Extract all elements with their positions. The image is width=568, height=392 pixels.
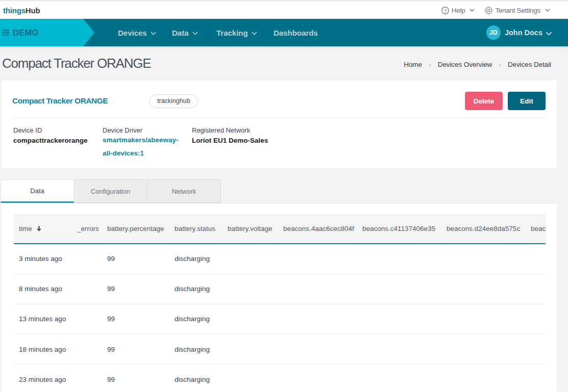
svg-text:?: ? [444,7,447,13]
